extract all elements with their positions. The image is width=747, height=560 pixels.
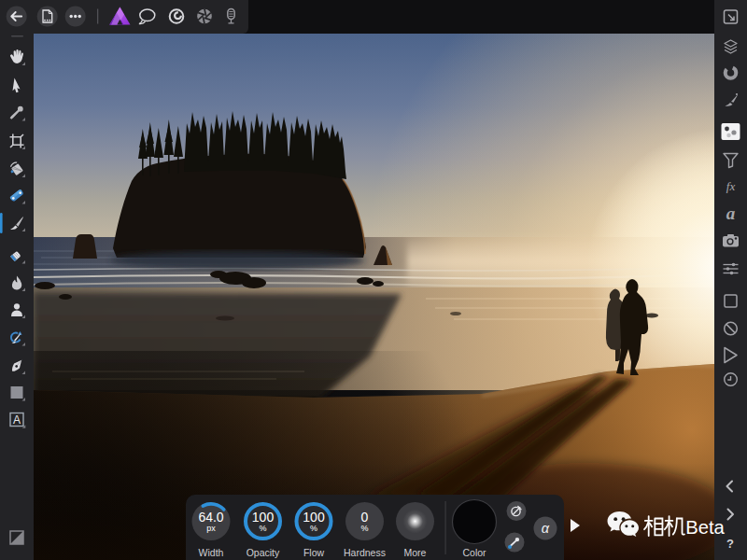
svg-text:0: 0	[361, 510, 369, 525]
svg-text:a: a	[726, 203, 736, 223]
svg-text:%: %	[310, 524, 317, 533]
svg-text:%: %	[259, 524, 266, 533]
svg-text:A: A	[13, 413, 21, 427]
svg-text:Color: Color	[462, 547, 486, 558]
svg-text:100: 100	[252, 510, 275, 525]
svg-text:100: 100	[303, 510, 325, 525]
svg-text:fx: fx	[726, 179, 736, 193]
svg-text:α: α	[542, 521, 550, 536]
svg-text:px: px	[206, 524, 216, 533]
svg-text:Beta: Beta	[685, 517, 725, 538]
svg-text:64.0: 64.0	[198, 510, 223, 525]
svg-text:Width: Width	[199, 547, 224, 558]
svg-text:Hardness: Hardness	[344, 547, 386, 558]
svg-text:More: More	[404, 547, 427, 558]
svg-text:Flow: Flow	[303, 547, 325, 558]
svg-text:Opacity: Opacity	[247, 547, 280, 558]
svg-text:%: %	[360, 524, 368, 533]
